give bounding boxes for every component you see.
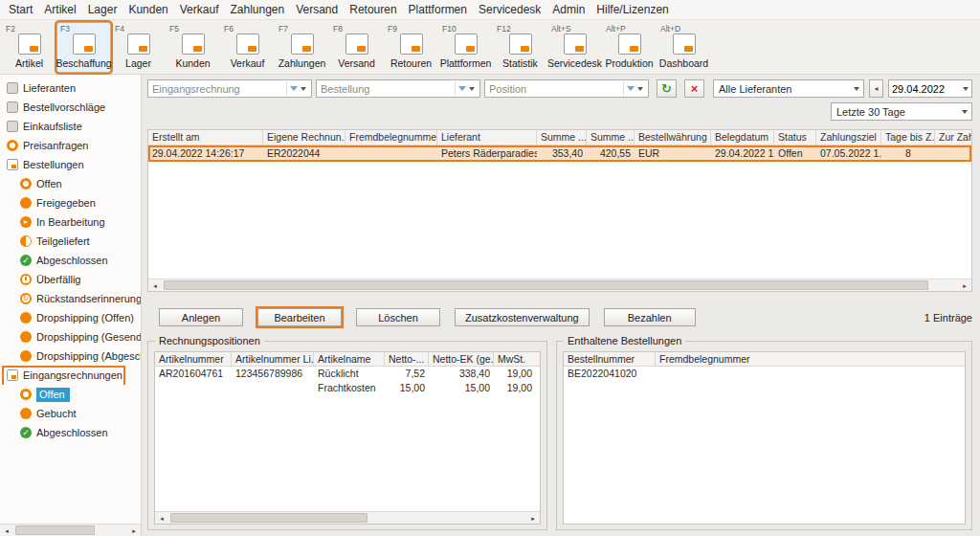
col-fremdbelegnummer[interactable]: Fremdbelegnummer [656, 352, 965, 366]
col-netto[interactable]: Netto-... [385, 352, 429, 366]
col-zahlungsziel[interactable]: Zahlungsziel [816, 130, 881, 145]
sidebar-item-bestellungen[interactable]: Bestellungen [0, 155, 141, 174]
bestellung-filter-input[interactable] [317, 83, 455, 95]
scrollbar-track[interactable] [13, 525, 127, 536]
sidebar-item-in-bearbeitung[interactable]: In Bearbeitung [0, 212, 141, 232]
toolbar-verkauf-button[interactable]: F6 Verkauf [220, 22, 275, 73]
menu-servicedesk[interactable]: Servicedesk [473, 0, 546, 19]
sidebar-item-bestellvorschlaege[interactable]: Bestellvorschläge [0, 98, 141, 117]
position-filter-input[interactable] [485, 83, 623, 95]
scroll-right-icon[interactable]: ▸ [958, 279, 971, 292]
sidebar-item-teilgeliefert[interactable]: Teilgeliefert [0, 232, 141, 251]
toolbar-dashboard-button[interactable]: Alt+D Dashboard [657, 22, 711, 73]
col-netto-ek[interactable]: Netto-EK (ge... [429, 352, 494, 366]
sidebar-item-eingangsrechnungen-offen[interactable]: Offen [0, 385, 141, 404]
col-artikelname[interactable]: Artikelname [314, 352, 385, 366]
toolbar-artikel-button[interactable]: F2 Artikel [2, 22, 56, 73]
toolbar-plattformen-button[interactable]: F10 Plattformen [438, 22, 493, 73]
menu-verkauf[interactable]: Verkauf [174, 0, 225, 19]
toolbar-versand-button[interactable]: F8 Versand [329, 22, 384, 73]
sidebar-item-freigegeben[interactable]: Freigegeben [0, 193, 141, 212]
sidebar-item-preisanfragen[interactable]: Preisanfragen [0, 136, 141, 155]
scroll-left-icon[interactable]: ◂ [155, 512, 168, 525]
eingangsrechnung-filter-input[interactable] [148, 83, 286, 95]
menu-retouren[interactable]: Retouren [344, 0, 402, 19]
sidebar-item-dropshipping-abgeschlossen[interactable]: Dropshipping (Abgeschlos [0, 346, 141, 366]
bezahlen-button[interactable]: Bezahlen [604, 308, 696, 326]
supplier-dropdown[interactable]: Alle Lieferanten [713, 79, 864, 98]
col-tage-bis-zahlung[interactable]: Tage bis Z... [881, 130, 935, 145]
bearbeiten-button[interactable]: Bearbeiten [257, 308, 342, 326]
toolbar-retouren-button[interactable]: F9 Retouren [384, 22, 438, 73]
clear-filter-button[interactable]: × [684, 79, 704, 98]
filter-funnel-button[interactable] [623, 81, 646, 96]
invoice-row-selected[interactable]: 29.04.2022 14:26:17 ER2022044 Peters Räd… [148, 145, 971, 162]
menu-versand[interactable]: Versand [290, 0, 344, 19]
positions-horizontal-scrollbar[interactable]: ◂ ▸ [155, 511, 540, 524]
menu-plattformen[interactable]: Plattformen [403, 0, 473, 19]
filter-funnel-button[interactable] [455, 81, 478, 96]
scrollbar-track[interactable] [162, 279, 958, 292]
toolbar-servicedesk-button[interactable]: Alt+S Servicedesk [547, 22, 602, 73]
toolbar-produktion-button[interactable]: Alt+P Produktion [602, 22, 657, 73]
menu-artikel[interactable]: Artikel [38, 0, 81, 19]
menu-hilfe-lizenzen[interactable]: Hilfe/Lizenzen [590, 0, 674, 19]
sidebar-item-einkaufsliste[interactable]: Einkaufsliste [0, 117, 141, 136]
col-bestellwaehrung[interactable]: Bestellwährung [635, 130, 711, 145]
sidebar-item-bestellungen-abgeschlossen[interactable]: Abgeschlossen [0, 251, 141, 270]
scrollbar-thumb[interactable] [170, 513, 368, 523]
menu-kunden[interactable]: Kunden [122, 0, 173, 19]
toolbar-statistik-button[interactable]: F12 Statistik [493, 22, 547, 73]
sidebar-item-eingangsrechnungen[interactable]: Eingangsrechnungen [0, 366, 141, 385]
menu-lager[interactable]: Lager [82, 0, 123, 19]
position-row[interactable]: Frachtkosten 15,00 15,00 19,00 [155, 381, 540, 395]
sidebar-item-dropshipping-gesendet[interactable]: Dropshipping (Gesendet) [0, 327, 141, 346]
toolbar-beschaffung-button[interactable]: F3 Beschaffung [56, 22, 111, 73]
col-summe-netto[interactable]: Summe ... [537, 130, 587, 145]
col-eigene-rechnungsnummer[interactable]: Eigene Rechnun... [263, 130, 345, 145]
sidebar-horizontal-scrollbar[interactable]: ◂ ▸ [0, 524, 141, 536]
col-lieferant[interactable]: Lieferant [437, 130, 537, 145]
col-fremdbelegnummer[interactable]: Fremdbelegnummer [345, 130, 437, 145]
scrollbar-track[interactable] [168, 512, 526, 525]
scrollbar-thumb[interactable] [164, 280, 928, 290]
date-input[interactable] [889, 83, 963, 95]
zusatzkostenverwaltung-button[interactable]: Zusatzkostenverwaltung [455, 308, 590, 326]
col-mwst[interactable]: MwSt. [494, 352, 536, 366]
toolbar-lager-button[interactable]: F4 Lager [111, 22, 166, 73]
col-artikelnummer[interactable]: Artikelnummer [155, 352, 232, 366]
sidebar-item-rueckstandserinnerungen[interactable]: Rückstandserinnerungen [0, 289, 141, 308]
sidebar-item-eingangsrechnungen-abgeschlossen[interactable]: Abgeschlossen [0, 423, 141, 442]
toolbar-zahlungen-button[interactable]: F7 Zahlungen [275, 22, 329, 73]
col-artikelnummer-lieferant[interactable]: Artikelnummer Li... [232, 352, 314, 366]
scroll-left-icon[interactable]: ◂ [0, 525, 13, 536]
sidebar-item-dropshipping-offen[interactable]: Dropshipping (Offen) [0, 308, 141, 327]
order-row[interactable]: BE2022041020 [564, 367, 965, 381]
date-range-dropdown[interactable]: Letzte 30 Tage [831, 102, 972, 121]
date-previous-button[interactable]: ◂ [869, 79, 883, 98]
menu-zahlungen[interactable]: Zahlungen [224, 0, 290, 19]
toolbar-kunden-button[interactable]: F5 Kunden [166, 22, 220, 73]
sidebar-item-lieferanten[interactable]: Lieferanten [0, 78, 141, 98]
sidebar-item-ueberfaellig[interactable]: Überfällig [0, 270, 141, 289]
position-row[interactable]: AR201604761 123456789986 Rücklicht 7,52 … [155, 367, 540, 381]
scroll-right-icon[interactable]: ▸ [526, 512, 540, 525]
sidebar-item-gebucht[interactable]: Gebucht [0, 404, 141, 423]
col-status[interactable]: Status [774, 130, 816, 145]
filter-funnel-button[interactable] [286, 81, 309, 96]
col-belegdatum[interactable]: Belegdatum [711, 130, 774, 145]
loeschen-button[interactable]: Löschen [356, 308, 440, 326]
scroll-right-icon[interactable]: ▸ [127, 525, 141, 536]
col-erstellt-am[interactable]: Erstellt am [148, 130, 263, 145]
col-zur-zahlung[interactable]: Zur Zahlung [935, 130, 972, 145]
sidebar-item-bestellungen-offen[interactable]: Offen [0, 174, 141, 193]
refresh-button[interactable]: ↻ [657, 79, 677, 98]
menu-start[interactable]: Start [3, 0, 38, 19]
invoice-table-horizontal-scrollbar[interactable]: ◂ ▸ [148, 279, 971, 291]
col-bestellnummer[interactable]: Bestellnummer [564, 352, 656, 366]
anlegen-button[interactable]: Anlegen [159, 308, 243, 326]
scroll-left-icon[interactable]: ◂ [148, 279, 162, 292]
scrollbar-thumb[interactable] [15, 525, 95, 535]
menu-admin[interactable]: Admin [546, 0, 590, 19]
col-summe-brutto[interactable]: Summe ... [587, 130, 635, 145]
